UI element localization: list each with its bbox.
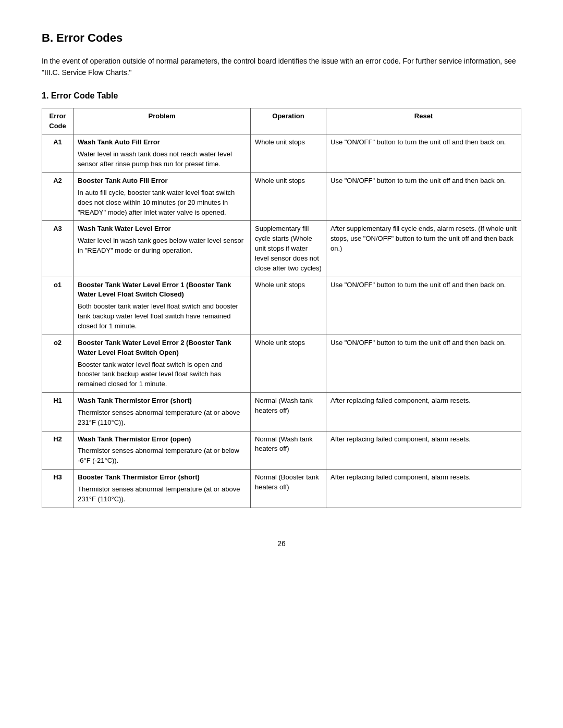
table-row-code: o2 (42, 335, 74, 392)
page-number: 26 (42, 539, 521, 548)
table-row-problem: Wash Tank Thermistor Error (short)Thermi… (74, 393, 251, 431)
table-row-operation: Whole unit stops (251, 173, 326, 221)
col-header-operation: Operation (251, 108, 326, 134)
table-row-reset: After replacing failed component, alarm … (326, 470, 521, 508)
col-header-reset: Reset (326, 108, 521, 134)
error-code-table: ErrorCode Problem Operation Reset A1Wash… (42, 108, 521, 508)
table-row-problem: Wash Tank Auto Fill ErrorWater level in … (74, 134, 251, 173)
table-row-code: o1 (42, 277, 74, 335)
table-row-reset: Use "ON/OFF" button to turn the unit off… (326, 277, 521, 335)
table-row-reset: After supplementary fill cycle ends, ala… (326, 221, 521, 277)
table-row-operation: Whole unit stops (251, 277, 326, 335)
table-row-operation: Normal (Booster tank heaters off) (251, 470, 326, 508)
section-title: 1. Error Code Table (42, 91, 521, 101)
table-row-code: H2 (42, 431, 74, 470)
col-header-problem: Problem (74, 108, 251, 134)
table-row-code: H1 (42, 393, 74, 431)
table-row-operation: Whole unit stops (251, 335, 326, 392)
table-row-operation: Supplementary fill cycle starts (Whole u… (251, 221, 326, 277)
table-row-code: A3 (42, 221, 74, 277)
table-row-problem: Booster Tank Auto Fill ErrorIn auto fill… (74, 173, 251, 221)
table-row-code: H3 (42, 470, 74, 508)
table-row-code: A2 (42, 173, 74, 221)
table-row-problem: Booster Tank Water Level Error 1 (Booste… (74, 277, 251, 335)
table-row-reset: Use "ON/OFF" button to turn the unit off… (326, 335, 521, 392)
table-row-operation: Whole unit stops (251, 134, 326, 173)
page-title: B. Error Codes (42, 31, 521, 45)
table-row-operation: Normal (Wash tank heaters off) (251, 431, 326, 470)
table-row-reset: Use "ON/OFF" button to turn the unit off… (326, 173, 521, 221)
table-row-problem: Booster Tank Thermistor Error (short)The… (74, 470, 251, 508)
table-row-operation: Normal (Wash tank heaters off) (251, 393, 326, 431)
table-row-problem: Wash Tank Water Level ErrorWater level i… (74, 221, 251, 277)
table-row-reset: Use "ON/OFF" button to turn the unit off… (326, 134, 521, 173)
table-row-reset: After replacing failed component, alarm … (326, 431, 521, 470)
col-header-code: ErrorCode (42, 108, 74, 134)
table-row-problem: Wash Tank Thermistor Error (open)Thermis… (74, 431, 251, 470)
table-row-problem: Booster Tank Water Level Error 2 (Booste… (74, 335, 251, 392)
table-row-code: A1 (42, 134, 74, 173)
table-row-reset: After replacing failed component, alarm … (326, 393, 521, 431)
intro-text: In the event of operation outside of nor… (42, 55, 521, 79)
